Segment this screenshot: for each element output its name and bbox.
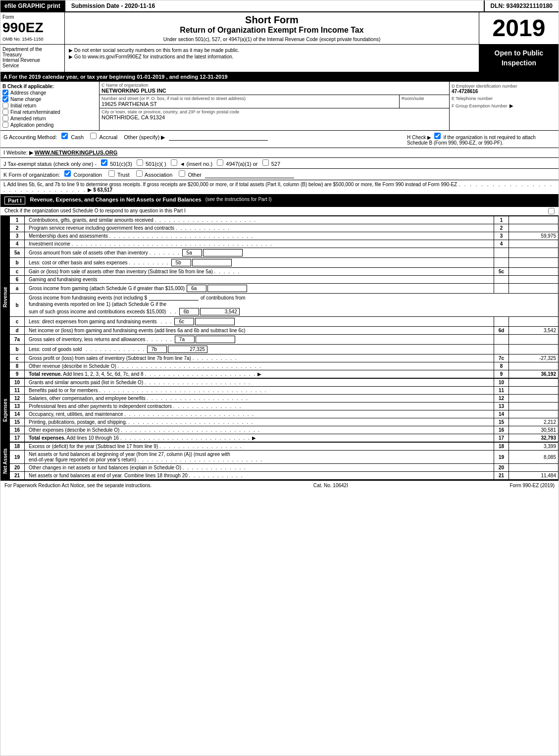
org-corp-checkbox[interactable]	[64, 170, 71, 177]
final-return-item: Final return/terminated	[2, 109, 97, 115]
website-url: WWW.NETWORKINGPLUS.ORG	[35, 150, 117, 155]
line-desc: Net assets or fund balances at beginning…	[25, 451, 494, 464]
tax-status-row: J Tax-exempt status (check only one) - 5…	[0, 158, 559, 169]
revenue-section: Revenue 1 Contributions, gifts, grants, …	[0, 216, 559, 378]
application-pending-checkbox[interactable]	[2, 122, 8, 128]
initial-return-item: Initial return	[2, 102, 97, 108]
org-city-row: City or town, state or province, country…	[100, 108, 449, 121]
line-ref-num	[494, 317, 509, 327]
paperwork-notice: For Paperwork Reduction Act Notice, see …	[4, 483, 152, 488]
efile-label: efile GRAPHIC print	[0, 0, 64, 11]
net-assets-label: Net Assets	[0, 442, 9, 480]
line-ref-num: 12	[494, 395, 509, 403]
line-amount	[509, 276, 559, 284]
table-row: 19 Net assets or fund balances at beginn…	[10, 451, 559, 464]
org-other-checkbox[interactable]	[179, 170, 185, 177]
line-ref-num	[494, 335, 509, 345]
line-amount	[509, 410, 559, 418]
line-desc: Printing, publications, postage, and shi…	[25, 418, 494, 426]
line-number: 8	[10, 362, 25, 370]
line-ref-num: 17	[494, 434, 509, 442]
line-desc: Gross income from gaming (attach Schedul…	[25, 284, 494, 294]
line-amount	[509, 464, 559, 472]
line-number: 11	[10, 387, 25, 395]
line-amount	[509, 248, 559, 258]
line-ref-num: 15	[494, 418, 509, 426]
initial-return-checkbox[interactable]	[2, 102, 8, 108]
line-amount: 8,085	[509, 451, 559, 464]
line-ref-num: 1	[494, 216, 509, 224]
line-number: 4	[10, 240, 25, 248]
table-row: 13 Professional fees and other payments …	[10, 403, 559, 410]
table-row: 3 Membership dues and assessments . . . …	[10, 232, 559, 240]
omb-label: OMB No. 1545-1150	[2, 37, 62, 42]
org-info-section: C Name of organization NETWORKING PLUS I…	[100, 82, 450, 130]
line-ref-num: 19	[494, 451, 509, 464]
tax-527-checkbox[interactable]	[262, 159, 269, 166]
table-row: b Gross income from fundraising events (…	[10, 294, 559, 317]
expenses-label: Expenses	[0, 378, 9, 442]
name-change-checkbox[interactable]	[2, 96, 8, 102]
part1-header: Part I Revenue, Expenses, and Changes in…	[0, 195, 559, 207]
table-row: 1 Contributions, gifts, grants, and simi…	[10, 216, 559, 224]
line-number: 20	[10, 464, 25, 472]
table-row: 12 Salaries, other compensation, and emp…	[10, 395, 559, 403]
line-number: a	[10, 284, 25, 294]
calendar-year-row: A For the 2019 calendar year, or tax yea…	[0, 72, 559, 82]
line-ref-num: 4	[494, 240, 509, 248]
table-row: 18 Excess or (deficit) for the year (Sub…	[10, 443, 559, 451]
line-amount	[509, 403, 559, 410]
org-trust-checkbox[interactable]	[108, 170, 115, 177]
table-row: 4 Investment income . . . . . . . . . . …	[10, 240, 559, 248]
address-change-checkbox[interactable]	[2, 90, 8, 96]
final-return-checkbox[interactable]	[2, 109, 8, 115]
line-amount	[509, 362, 559, 370]
ein-label: D Employer identification number	[452, 84, 557, 89]
line-amount	[509, 335, 559, 345]
revenue-table: 1 Contributions, gifts, grants, and simi…	[9, 216, 559, 378]
cash-checkbox[interactable]	[61, 133, 68, 139]
line-amount: 11,484	[509, 472, 559, 480]
schedule-o-check-row: Check if the organization used Schedule …	[0, 207, 559, 216]
table-row: b Less: cost of goods sold . . . . . . .…	[10, 345, 559, 354]
instructions-center: ▶ Do not enter social security numbers o…	[65, 45, 479, 72]
tax-501c-checkbox[interactable]	[137, 159, 143, 166]
accrual-checkbox[interactable]	[90, 133, 97, 139]
expenses-section: Expenses 10 Grants and similar amounts p…	[0, 378, 559, 442]
line-number: c	[10, 354, 25, 362]
section-b-label: B Check if applicable:	[2, 84, 97, 89]
instructions-row: Department of the Treasury Internal Reve…	[0, 45, 559, 72]
check-applicable-section: B Check if applicable: Address change Na…	[0, 82, 100, 130]
line-number: 9	[10, 370, 25, 378]
line-number: 6	[10, 276, 25, 284]
expenses-table: 10 Grants and similar amounts paid (list…	[9, 378, 559, 442]
line-number: b	[10, 258, 25, 268]
tax-insert-checkbox[interactable]	[171, 159, 177, 166]
table-row: 16 Other expenses (describe in Schedule …	[10, 426, 559, 434]
line-ref-num	[494, 276, 509, 284]
org-address-cell: Number and street (or P. O. box, if mail…	[100, 95, 400, 108]
form-title-sub: Return of Organization Exempt From Incom…	[69, 26, 475, 35]
line-desc: Net income or (loss) from gaming and fun…	[25, 327, 494, 335]
line-ref-num: 8	[494, 362, 509, 370]
line-number: 5a	[10, 248, 25, 258]
line-ref-num: 14	[494, 410, 509, 418]
amended-return-checkbox[interactable]	[2, 115, 8, 121]
tax-501c3-checkbox[interactable]	[101, 159, 107, 166]
schedule-o-checkbox[interactable]	[548, 208, 555, 214]
org-name-value: NETWORKING PLUS INC	[102, 88, 447, 94]
line-number: 15	[10, 418, 25, 426]
title-section: Form 990EZ OMB No. 1545-1150 Short Form …	[0, 12, 559, 45]
page: efile GRAPHIC print Submission Date - 20…	[0, 0, 559, 756]
org-assoc-checkbox[interactable]	[136, 170, 143, 177]
line-ref-num: 18	[494, 443, 509, 451]
line-number: b	[10, 294, 25, 317]
line-desc: Less: direct expenses from gaming and fu…	[25, 317, 494, 327]
line-number: 13	[10, 403, 25, 410]
h-checkbox[interactable]	[434, 133, 441, 139]
line-amount	[509, 258, 559, 268]
tax-4947-checkbox[interactable]	[217, 159, 223, 166]
ein-value: 47-4728616	[452, 89, 557, 94]
line-ref-num: 20	[494, 464, 509, 472]
table-row: 5a Gross amount from sale of assets othe…	[10, 248, 559, 258]
